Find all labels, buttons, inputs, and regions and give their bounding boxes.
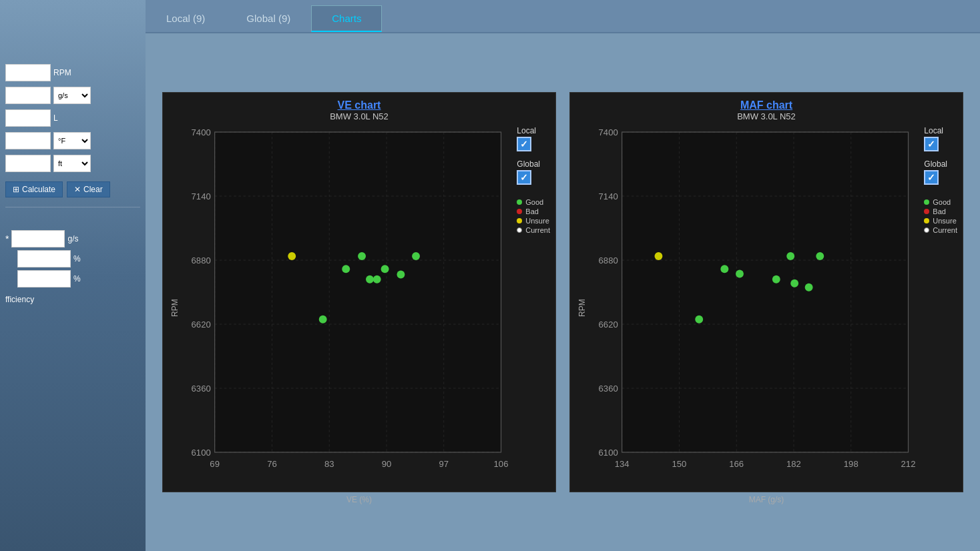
rpm-input[interactable]	[5, 64, 51, 81]
tab-local[interactable]: Local (9)	[146, 5, 226, 32]
result-row-1: * g/s	[5, 230, 140, 247]
ve-chart-svg: 7400 7140 6880 6620 6360 6100 69 76 83 9…	[183, 124, 549, 492]
result-row-3: %	[5, 270, 140, 288]
rpm-label: RPM	[53, 68, 73, 77]
sidebar: RPM g/s lb/min L °F °C ft m	[0, 0, 146, 551]
svg-text:212: 212	[901, 459, 916, 469]
svg-text:69: 69	[210, 459, 220, 469]
temp-row: °F °C	[5, 132, 140, 149]
svg-text:76: 76	[267, 459, 277, 469]
svg-text:6360: 6360	[599, 384, 618, 394]
svg-text:198: 198	[844, 459, 859, 469]
ve-chart-inner: RPM	[170, 124, 549, 492]
svg-text:6620: 6620	[192, 320, 211, 330]
maf-row: g/s lb/min	[5, 87, 140, 104]
svg-text:6100: 6100	[599, 448, 618, 458]
svg-text:7140: 7140	[599, 191, 618, 201]
ve-chart-title[interactable]: VE chart	[170, 99, 549, 111]
svg-text:6620: 6620	[599, 320, 618, 330]
svg-text:6880: 6880	[599, 255, 618, 265]
maf-plot-area: 7400 7140 6880 6620 6360 6100 134 150 16…	[590, 124, 956, 492]
ve-point-6	[373, 276, 381, 284]
svg-text:90: 90	[382, 459, 392, 469]
ve-point-7	[397, 271, 405, 279]
tab-charts[interactable]: Charts	[311, 5, 382, 32]
maf-point-6	[790, 280, 798, 288]
result-input-1[interactable]	[11, 230, 65, 247]
maf-y-axis-label: RPM	[577, 124, 587, 492]
ve-point-1	[358, 252, 366, 260]
temp-input[interactable]	[5, 132, 51, 149]
calculate-button[interactable]: ⊞ Calculate	[5, 181, 63, 197]
svg-text:6100: 6100	[192, 448, 211, 458]
maf-chart-subtitle: BMW 3.0L N52	[577, 111, 956, 121]
maf-point-7	[805, 284, 813, 292]
rpm-row: RPM	[5, 64, 140, 81]
tab-bar: Local (9) Global (9) Charts	[146, 0, 980, 33]
maf-chart-container: MAF chart BMW 3.0L N52 Local ✓ Global ✓	[569, 92, 963, 492]
svg-text:134: 134	[615, 459, 630, 469]
altitude-input[interactable]	[5, 155, 51, 172]
result-label-1: g/s	[67, 234, 87, 243]
displacement-row: L	[5, 109, 140, 127]
svg-text:97: 97	[439, 459, 449, 469]
svg-text:166: 166	[729, 459, 744, 469]
calculate-icon: ⊞	[13, 185, 19, 194]
sidebar-divider	[5, 207, 140, 207]
maf-x-axis-label: MAF (g/s)	[577, 495, 956, 504]
result-input-3[interactable]	[17, 270, 71, 288]
svg-text:7140: 7140	[192, 191, 211, 201]
svg-text:182: 182	[786, 459, 801, 469]
svg-text:150: 150	[672, 459, 686, 469]
maf-chart-svg: 7400 7140 6880 6620 6360 6100 134 150 16…	[590, 124, 956, 492]
maf-input[interactable]	[5, 87, 51, 104]
efficiency-label: fficiency	[5, 295, 34, 304]
result-label-2: %	[73, 254, 93, 263]
maf-chart-inner: RPM	[577, 124, 956, 492]
main-content: Local (9) Global (9) Charts VE chart BMW…	[146, 0, 980, 551]
clear-icon: ✕	[74, 185, 81, 194]
maf-point-8	[695, 316, 703, 324]
maf-chart-title[interactable]: MAF chart	[577, 99, 956, 111]
maf-point-unsure	[654, 252, 662, 260]
ve-point-2	[412, 252, 420, 260]
ve-point-8	[319, 316, 327, 324]
clear-button[interactable]: ✕ Clear	[67, 181, 110, 197]
ve-point-4	[381, 265, 389, 273]
tab-global[interactable]: Global (9)	[226, 5, 311, 32]
result-input-2[interactable]	[17, 250, 71, 267]
ve-point-5	[366, 276, 374, 284]
calculate-label: Calculate	[22, 185, 55, 194]
result-label-3: %	[73, 274, 93, 284]
button-row: ⊞ Calculate ✕ Clear	[5, 181, 140, 197]
altitude-row: ft m	[5, 155, 140, 172]
maf-point-3	[720, 265, 728, 273]
ve-chart-subtitle: BMW 3.0L N52	[170, 111, 549, 121]
result-row-2: %	[5, 250, 140, 267]
svg-text:7400: 7400	[192, 127, 211, 137]
svg-text:6360: 6360	[192, 384, 211, 394]
svg-rect-26	[622, 132, 909, 452]
ve-point-3	[342, 265, 350, 273]
svg-text:106: 106	[494, 459, 509, 469]
temp-unit-select[interactable]: °F °C	[53, 132, 91, 149]
svg-text:83: 83	[324, 459, 334, 469]
displacement-label: L	[53, 113, 73, 123]
ve-plot-area: 7400 7140 6880 6620 6360 6100 69 76 83 9…	[183, 124, 549, 492]
maf-point-5	[772, 276, 780, 284]
maf-point-4	[736, 269, 744, 278]
altitude-unit-select[interactable]: ft m	[53, 155, 91, 172]
clear-label: Clear	[83, 185, 103, 194]
displacement-input[interactable]	[5, 109, 51, 127]
charts-area: VE chart BMW 3.0L N52 Local ✓ Global ✓	[146, 33, 980, 551]
results-section: * g/s % % fficiency	[5, 230, 140, 305]
ve-chart-container: VE chart BMW 3.0L N52 Local ✓ Global ✓	[162, 92, 556, 492]
ve-x-axis-label: VE (%)	[170, 495, 549, 504]
maf-point-2	[816, 252, 824, 260]
maf-point-1	[786, 252, 794, 260]
ve-point-unsure	[288, 252, 296, 260]
ve-y-axis-label: RPM	[170, 124, 180, 492]
star-icon: *	[5, 233, 9, 244]
svg-rect-0	[215, 132, 501, 452]
maf-unit-select[interactable]: g/s lb/min	[53, 87, 91, 104]
